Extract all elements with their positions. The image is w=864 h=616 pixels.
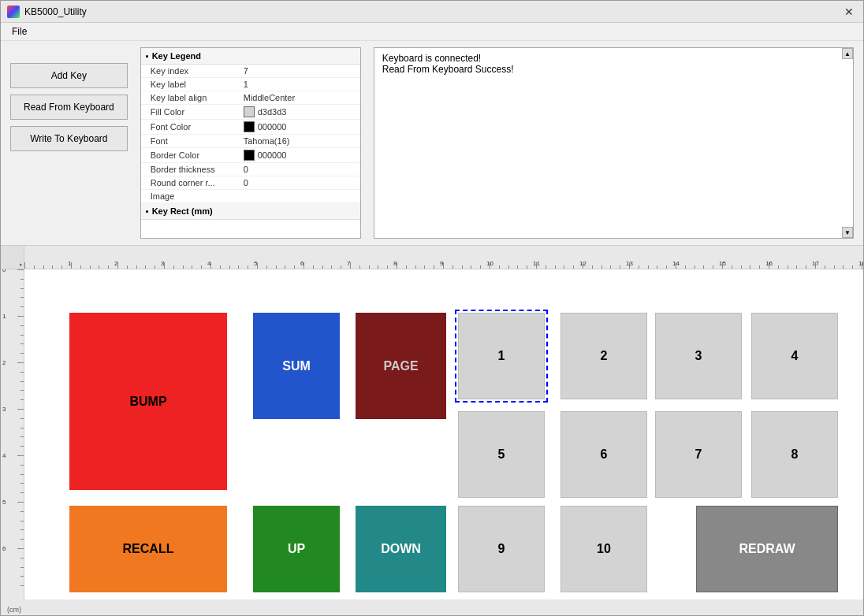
key-key6[interactable]: 6 bbox=[560, 411, 647, 498]
collapse-icon-2[interactable]: ▪ bbox=[146, 206, 149, 216]
prop-row: FontTahoma(16) bbox=[141, 135, 360, 148]
key-page[interactable]: PAGE bbox=[356, 313, 446, 419]
ruler-h-label: 10 bbox=[486, 260, 493, 267]
ruler-h-label: 2 bbox=[114, 260, 117, 267]
key-key3[interactable]: 3 bbox=[655, 313, 742, 399]
ruler-h-label: 14 bbox=[672, 260, 680, 267]
prop-value-text: MiddleCenter bbox=[244, 93, 295, 102]
key-key5[interactable]: 5 bbox=[458, 411, 545, 498]
prop-row: Font Color000000 bbox=[141, 120, 360, 135]
menu-bar: File bbox=[1, 23, 863, 41]
top-area: Add Key Read From Keyboard Write To Keyb… bbox=[1, 41, 863, 246]
key-key1[interactable]: 1 bbox=[458, 313, 545, 399]
properties-panel: ▪ Key Legend Key index7Key label1Key lab… bbox=[140, 47, 361, 239]
key-label: 4 bbox=[791, 349, 799, 363]
prop-label: Round corner r... bbox=[151, 178, 237, 187]
read-from-keyboard-button[interactable]: Read From Keyboard bbox=[10, 95, 128, 120]
ruler-h-label: 8 bbox=[393, 260, 397, 267]
ruler-h-label: 3 bbox=[161, 260, 164, 267]
close-button[interactable]: ✕ bbox=[841, 4, 857, 20]
prop-value-text: 000000 bbox=[258, 122, 287, 132]
prop-row: Border thickness0 bbox=[141, 163, 360, 176]
prop-value-text: 7 bbox=[244, 66, 248, 76]
ruler-vertical: 0123456 bbox=[1, 269, 24, 599]
key-key8[interactable]: 8 bbox=[751, 411, 838, 498]
prop-row: Key index7 bbox=[141, 65, 360, 78]
status-panel: Keyboard is connected!Read From Keyboard… bbox=[374, 47, 854, 239]
prop-label: Image bbox=[151, 191, 237, 201]
add-key-button[interactable]: Add Key bbox=[10, 63, 128, 88]
prop-value: 0 bbox=[244, 178, 248, 187]
title-bar-left: KB5000_Utility bbox=[7, 6, 87, 18]
prop-row: Key label alignMiddleCenter bbox=[141, 91, 360, 105]
key-label: PAGE bbox=[383, 359, 418, 373]
prop-label: Key index bbox=[151, 66, 237, 76]
collapse-icon[interactable]: ▪ bbox=[146, 51, 149, 61]
ruler-h-label: 13 bbox=[626, 260, 633, 267]
main-window: KB5000_Utility ✕ File Add Key Read From … bbox=[0, 0, 864, 616]
prop-value: d3d3d3 bbox=[244, 106, 287, 117]
prop-row: Border Color000000 bbox=[141, 148, 360, 163]
window-title: KB5000_Utility bbox=[24, 6, 87, 17]
key-label: 8 bbox=[791, 447, 799, 462]
prop-value-text: 0 bbox=[244, 165, 248, 174]
key-key10[interactable]: 10 bbox=[560, 506, 647, 592]
color-swatch bbox=[244, 121, 255, 132]
prop-label: Border Color bbox=[151, 150, 237, 160]
ruler-v-label: 1 bbox=[2, 313, 6, 320]
key-label: RECALL bbox=[123, 542, 174, 556]
prop-label: Font Color bbox=[151, 122, 237, 132]
ruler-corner: ▸ bbox=[1, 246, 24, 269]
key-label: 6 bbox=[601, 447, 608, 462]
prop-label: Border thickness bbox=[151, 165, 237, 174]
ruler-h-label: 1 bbox=[68, 260, 71, 267]
key-rect-header: ▪ Key Rect (mm) bbox=[141, 203, 360, 220]
prop-value: Tahoma(16) bbox=[244, 136, 290, 146]
prop-label: Key label bbox=[151, 80, 237, 89]
ruler-v-label: 0 bbox=[2, 269, 6, 273]
key-down[interactable]: DOWN bbox=[356, 506, 446, 592]
scroll-up-button[interactable]: ▲ bbox=[842, 48, 853, 59]
key-redraw[interactable]: REDRAW bbox=[696, 506, 838, 592]
prop-row: Round corner r...0 bbox=[141, 176, 360, 190]
ruler-h-label: 4 bbox=[207, 260, 210, 267]
prop-value: 7 bbox=[244, 66, 248, 76]
app-icon bbox=[7, 6, 20, 18]
key-key4[interactable]: 4 bbox=[751, 313, 838, 399]
ruler-v-label: 3 bbox=[2, 406, 6, 413]
key-recall[interactable]: RECALL bbox=[69, 506, 227, 592]
ruler-h-label: 17 bbox=[812, 260, 819, 267]
key-bump[interactable]: BUMP bbox=[69, 313, 227, 490]
prop-row: Fill Colord3d3d3 bbox=[141, 105, 360, 120]
canvas-content: BUMPSUMPAGE12345678RECALLUPDOWN910REDRAW bbox=[24, 269, 863, 599]
key-key2[interactable]: 2 bbox=[560, 313, 647, 399]
ruler-v-label: 5 bbox=[2, 499, 6, 506]
menu-file[interactable]: File bbox=[7, 24, 32, 39]
key-label: DOWN bbox=[381, 542, 421, 556]
ruler-h-label: 12 bbox=[579, 260, 587, 267]
prop-label: Font bbox=[151, 136, 237, 146]
key-sum[interactable]: SUM bbox=[253, 313, 340, 419]
key-key7[interactable]: 7 bbox=[655, 411, 742, 498]
prop-label: Fill Color bbox=[151, 107, 237, 117]
ruler-v-label: 6 bbox=[2, 545, 6, 552]
ruler-h-label: 6 bbox=[300, 260, 304, 267]
key-label: REDRAW bbox=[739, 542, 795, 556]
key-key9[interactable]: 9 bbox=[458, 506, 545, 592]
prop-value-text: 000000 bbox=[258, 150, 287, 160]
key-label: 5 bbox=[498, 447, 505, 462]
write-to-keyboard-button[interactable]: Write To Keyboard bbox=[10, 126, 128, 151]
prop-label: Key label align bbox=[151, 93, 237, 102]
key-label: 2 bbox=[601, 349, 608, 363]
status-line: Read From Keyboard Success! bbox=[382, 64, 845, 75]
scroll-down-button[interactable]: ▼ bbox=[842, 227, 853, 238]
key-label: 9 bbox=[498, 542, 505, 556]
key-label: SUM bbox=[282, 359, 311, 373]
ruler-h-label: 16 bbox=[765, 260, 773, 267]
canvas-area: ▸ 0123456789101112131415161718 0123456 B… bbox=[1, 246, 863, 615]
unit-label: (cm) bbox=[7, 606, 21, 614]
key-up[interactable]: UP bbox=[253, 506, 340, 592]
prop-value: 0 bbox=[244, 165, 248, 174]
ruler-h-label: 5 bbox=[254, 260, 257, 267]
prop-value: 000000 bbox=[244, 150, 287, 161]
